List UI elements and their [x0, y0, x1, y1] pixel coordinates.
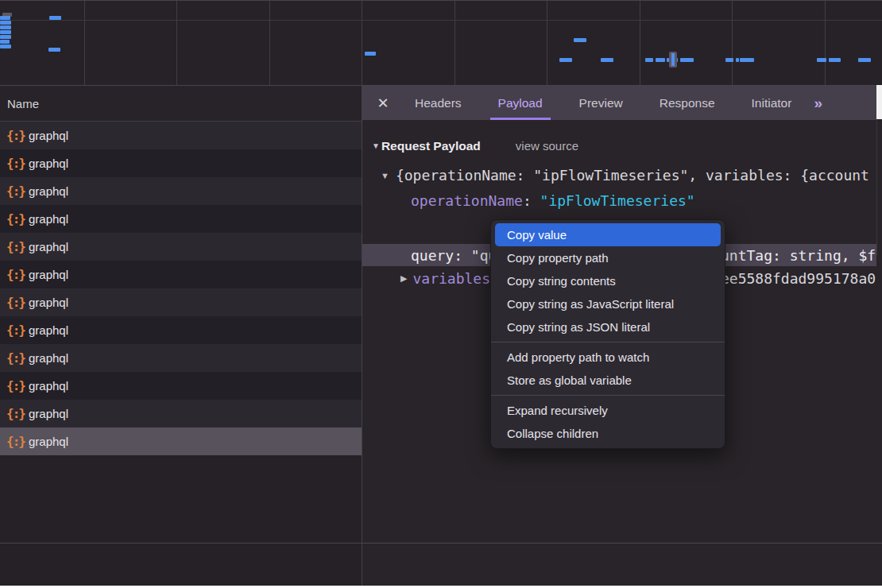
tab-initiator[interactable]: Initiator — [744, 86, 800, 120]
request-row[interactable]: {:}graphql — [0, 288, 362, 316]
json-request-icon: {:} — [0, 434, 29, 449]
section-title: Request Payload — [381, 139, 481, 153]
close-icon[interactable]: ✕ — [373, 86, 393, 120]
window-corner-gap — [876, 85, 882, 119]
view-source-link[interactable]: view source — [516, 139, 578, 153]
collapsed-triangle-icon[interactable]: ▶ — [400, 273, 407, 284]
request-row[interactable]: {:}graphql — [0, 316, 362, 344]
menu-item-copy-string-as-json-literal[interactable]: Copy string as JSON literal — [495, 315, 721, 338]
json-request-icon: {:} — [0, 350, 29, 366]
json-root-preview: {operationName: "ipFlowTimeseries", vari… — [396, 167, 869, 184]
detail-tabs: HeadersPayloadPreviewResponseInitiator — [407, 86, 799, 120]
json-request-icon: {:} — [0, 239, 29, 254]
request-name: graphql — [29, 240, 68, 253]
request-row[interactable]: {:}graphql — [0, 372, 362, 400]
tab-headers[interactable]: Headers — [407, 86, 470, 120]
request-name: graphql — [29, 435, 68, 448]
waterfall-bar — [725, 58, 733, 62]
json-request-icon: {:} — [0, 295, 29, 310]
context-menu-group: Expand recursivelyCollapse children — [491, 395, 725, 446]
json-query-left: query: "qu — [411, 247, 497, 264]
tab-payload[interactable]: Payload — [490, 86, 551, 120]
request-row[interactable]: {:}graphql — [0, 233, 362, 261]
overview-vertical-gridline — [84, 1, 85, 85]
context-menu-group: Add property path to watchStore as globa… — [491, 342, 725, 393]
request-name: graphql — [29, 296, 68, 309]
request-name: graphql — [29, 129, 68, 142]
overview-vertical-gridline — [269, 1, 270, 85]
waterfall-bar — [817, 58, 826, 62]
waterfall-bar — [645, 58, 653, 62]
menu-item-copy-property-path[interactable]: Copy property path — [495, 246, 721, 269]
request-name: graphql — [29, 268, 68, 281]
request-row[interactable]: {:}graphql — [0, 177, 362, 205]
request-row[interactable]: {:}graphql — [0, 261, 362, 288]
menu-item-copy-value[interactable]: Copy value — [495, 223, 721, 246]
more-tabs-icon[interactable]: » — [814, 86, 821, 120]
request-rows: {:}graphql{:}graphql{:}graphql{:}graphql… — [0, 122, 362, 455]
request-row[interactable]: {:}graphql — [0, 427, 362, 455]
request-row[interactable]: {:}graphql — [0, 344, 362, 372]
menu-item-copy-string-as-javascript-literal[interactable]: Copy string as JavaScript literal — [495, 292, 721, 315]
json-request-icon: {:} — [0, 211, 29, 226]
json-key-separator: : — [523, 192, 540, 209]
devtools-screenshot: Name {:}graphql{:}graphql{:}graphql{:}gr… — [0, 0, 882, 588]
waterfall-bar — [656, 58, 665, 62]
section-collapse-icon[interactable]: ▼ — [372, 141, 380, 150]
tab-preview[interactable]: Preview — [571, 86, 631, 120]
network-overview-timeline[interactable] — [0, 1, 882, 86]
waterfall-bar — [0, 16, 10, 20]
waterfall-bar — [858, 58, 871, 62]
request-name: graphql — [29, 157, 68, 170]
menu-item-expand-recursively[interactable]: Expand recursively — [495, 399, 721, 422]
request-name: graphql — [29, 184, 68, 198]
overview-vertical-gridline — [455, 1, 455, 85]
context-menu: Copy valueCopy property pathCopy string … — [490, 219, 725, 449]
request-name: graphql — [29, 212, 68, 226]
overview-vertical-gridline — [176, 1, 177, 85]
status-bar-divider — [0, 543, 882, 544]
json-request-icon: {:} — [0, 378, 29, 393]
right-edge-line — [876, 120, 877, 255]
waterfall-bar — [365, 52, 376, 56]
request-row[interactable]: {:}graphql — [0, 122, 362, 149]
waterfall-bar — [829, 58, 841, 62]
name-column-header[interactable]: Name — [0, 86, 362, 122]
waterfall-bar — [0, 35, 11, 39]
menu-item-store-as-global-variable[interactable]: Store as global variable — [495, 369, 721, 392]
json-string-value: "ipFlowTimeseries" — [540, 192, 695, 209]
detail-tabbar: ✕ HeadersPayloadPreviewResponseInitiator… — [362, 86, 876, 120]
menu-item-copy-string-contents[interactable]: Copy string contents — [495, 269, 721, 292]
json-request-icon: {:} — [0, 406, 29, 421]
overview-vertical-gridline — [547, 1, 547, 85]
waterfall-bar — [49, 16, 61, 20]
request-row[interactable]: {:}graphql — [0, 400, 362, 427]
tab-response[interactable]: Response — [652, 86, 723, 120]
request-name: graphql — [29, 351, 68, 365]
waterfall-bar — [0, 30, 11, 34]
json-request-icon: {:} — [0, 184, 29, 199]
waterfall-bar — [0, 25, 11, 29]
expand-triangle-icon[interactable]: ▼ — [381, 171, 389, 180]
waterfall-bar — [736, 58, 739, 62]
json-root-row[interactable]: ▼ {operationName: "ipFlowTimeseries", va… — [362, 164, 876, 187]
overview-vertical-gridline — [362, 1, 362, 85]
waterfall-bar — [0, 44, 11, 48]
waterfall-bar — [601, 58, 613, 62]
json-operation-name-row[interactable]: operationName: "ipFlowTimeseries" — [362, 189, 876, 212]
menu-item-collapse-children[interactable]: Collapse children — [495, 422, 721, 445]
json-query-right-fragment: untTag: string, $f — [721, 247, 876, 264]
waterfall-bar — [48, 48, 60, 52]
overview-selection-marker-bar — [671, 53, 675, 66]
request-row[interactable]: {:}graphql — [0, 205, 362, 233]
request-payload-section-header[interactable]: ▼ Request Payload view source — [362, 134, 876, 157]
json-request-icon: {:} — [0, 156, 29, 171]
json-key: variables — [412, 270, 490, 287]
json-request-icon: {:} — [0, 267, 29, 282]
overview-vertical-gridline — [640, 1, 640, 85]
request-row[interactable]: {:}graphql — [0, 149, 362, 177]
waterfall-bar — [680, 58, 694, 62]
waterfall-bar — [574, 38, 586, 42]
menu-item-add-property-path-to-watch[interactable]: Add property path to watch — [495, 346, 721, 369]
request-name: graphql — [29, 379, 68, 393]
